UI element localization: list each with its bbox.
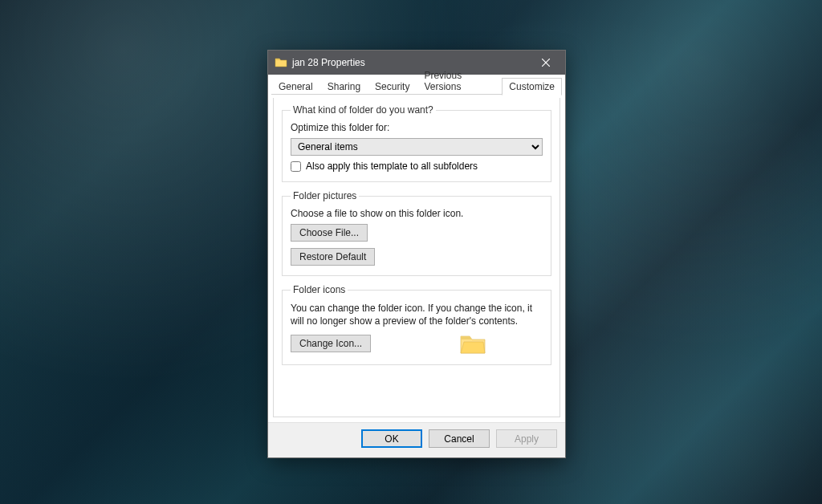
- cancel-button[interactable]: Cancel: [429, 429, 490, 448]
- ok-button[interactable]: OK: [361, 429, 422, 448]
- close-icon: [542, 59, 550, 67]
- group-folder-icons-legend: Folder icons: [291, 284, 348, 295]
- apply-button[interactable]: Apply: [496, 429, 557, 448]
- apply-subfolders-label: Also apply this template to all subfolde…: [306, 161, 478, 172]
- folder-preview-icon: [459, 332, 486, 355]
- tabstrip: General Sharing Security Previous Versio…: [268, 75, 565, 95]
- tab-sharing[interactable]: Sharing: [320, 78, 368, 95]
- group-folder-kind: What kind of folder do you want? Optimiz…: [282, 104, 551, 182]
- folder-icons-desc: You can change the folder icon. If you c…: [291, 302, 543, 327]
- group-folder-pictures-legend: Folder pictures: [291, 190, 359, 201]
- tab-previous-versions[interactable]: Previous Versions: [417, 67, 502, 95]
- change-icon-button[interactable]: Change Icon...: [291, 335, 371, 352]
- choose-file-button[interactable]: Choose File...: [291, 224, 368, 242]
- properties-dialog: jan 28 Properties General Sharing Securi…: [267, 50, 566, 458]
- group-folder-icons: Folder icons You can change the folder i…: [282, 284, 551, 365]
- tab-security[interactable]: Security: [368, 78, 417, 95]
- close-button[interactable]: [527, 51, 564, 75]
- tab-general[interactable]: General: [271, 78, 320, 95]
- tab-body-customize: What kind of folder do you want? Optimiz…: [273, 98, 560, 417]
- folder-icon: [275, 56, 287, 69]
- tab-customize[interactable]: Customize: [502, 78, 562, 96]
- apply-subfolders-checkbox[interactable]: [291, 161, 301, 172]
- dialog-footer: OK Cancel Apply: [268, 422, 565, 457]
- group-folder-kind-legend: What kind of folder do you want?: [291, 104, 436, 116]
- folder-pictures-desc: Choose a file to show on this folder ico…: [291, 208, 543, 219]
- optimize-combo[interactable]: General items: [291, 138, 543, 156]
- group-folder-pictures: Folder pictures Choose a file to show on…: [282, 190, 551, 276]
- restore-default-button[interactable]: Restore Default: [291, 248, 375, 266]
- optimize-label: Optimize this folder for:: [291, 122, 543, 133]
